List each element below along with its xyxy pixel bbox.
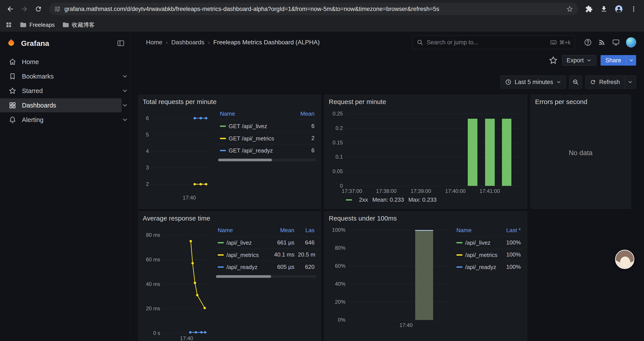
panel-title[interactable]: Requests under 100ms [324,212,527,223]
series-name[interactable]: GET /api/_readyz [228,147,273,154]
panel-legend: 2xx Mean: 0.233 Max: 0.233 [346,196,522,203]
series-name[interactable]: /api/_metrics [226,251,259,258]
monitor-icon[interactable] [612,38,620,46]
bookmark-folder-blogs[interactable]: 收藏博客 [62,21,95,29]
kebab-menu-icon[interactable] [627,3,640,15]
bookmark-folder-freeleaps[interactable]: Freeleaps [20,21,55,28]
rss-icon[interactable] [598,38,606,46]
timeseries-chart[interactable]: 80 ms60 ms40 ms20 ms0 s17:40 [142,224,212,341]
bookmark-star-icon[interactable] [566,5,574,13]
grafana-app: Grafana Home Bookmarks [0,32,644,341]
time-range-picker[interactable]: Last 5 minutes [500,76,566,89]
search-box[interactable]: ⌘+k [412,36,575,49]
bar-chart[interactable]: 100%80%60%40%20%0%17:40 [328,224,451,329]
sidebar-item-starred[interactable]: Starred [0,84,130,98]
legend-value: 100% [498,249,522,261]
legend-row[interactable]: /api/_readyz605 µs620 [216,261,316,273]
legend-column-header[interactable]: Name [218,108,292,120]
grafana-logo[interactable] [6,38,16,48]
series-name[interactable]: 2xx [359,196,368,203]
sidebar-item-alerting[interactable]: Alerting [0,113,130,127]
refresh-button[interactable]: Refresh [585,76,636,89]
legend-row[interactable]: /api/_livez100% [454,237,522,249]
panel-title[interactable]: Errors per second [531,95,631,107]
legend-row[interactable]: GET /api/_readyz6 [218,144,316,156]
sidebar-item-home[interactable]: Home [0,55,130,69]
page-header: Home › Dashboards › Freeleaps Metrics Da… [131,32,644,53]
legend-column-header[interactable]: Name [454,224,498,237]
refresh-interval-dropdown[interactable] [624,76,636,88]
series-swatch [218,254,224,256]
legend-row[interactable]: /api/_metrics40.1 ms20.5 m [216,249,316,261]
tune-icon[interactable] [54,6,61,13]
legend-column-header[interactable]: Mean [292,108,316,120]
panel-request-per-minute: Request per minute 0.250.20.150.10.05017… [324,95,527,209]
legend-scrollbar-thumb[interactable] [218,159,272,161]
dashboard-canvas: Total requests per minute 6543217:40 Nam… [131,95,644,341]
series-swatch [220,126,226,127]
series-name[interactable]: /api/_metrics [465,251,497,258]
series-name[interactable]: /api/_readyz [226,264,258,270]
url-bar[interactable]: grafana.mathmast.com/d/deytv4rwavabkb/fr… [49,3,578,15]
legend-row[interactable]: /api/_metrics100% [454,249,522,261]
legend-scrollbar-thumb[interactable] [216,275,271,278]
series-name[interactable]: /api/_livez [226,239,252,246]
search-input[interactable] [426,39,547,46]
legend-row[interactable]: /api/_readyz100% [454,261,522,273]
series-swatch[interactable] [346,199,352,201]
download-icon[interactable] [598,3,610,15]
chevron-down-icon[interactable] [122,117,128,123]
panel-title[interactable]: Average response time [138,212,321,223]
legend-row[interactable]: GET /api/_livez6 [218,120,316,132]
assistant-avatar[interactable] [615,250,634,269]
legend-column-header[interactable]: Last * [498,224,522,237]
profile-icon[interactable] [612,3,625,15]
sidebar-item-label: Bookmarks [22,73,54,80]
url-text[interactable]: grafana.mathmast.com/d/deytv4rwavabkb/fr… [64,6,562,13]
legend-column-header[interactable]: Mean [263,224,296,237]
favorite-star-icon[interactable] [549,56,558,65]
panel-title[interactable]: Total requests per minute [138,95,321,107]
chevron-down-icon [586,58,592,63]
series-swatch [456,242,462,243]
timeseries-chart[interactable]: 6543217:40 [142,107,214,202]
share-button[interactable]: Share [600,55,636,66]
collapse-sidebar-icon[interactable] [117,39,125,47]
back-icon[interactable] [4,3,17,15]
breadcrumb-home[interactable]: Home [146,39,162,46]
bar-chart[interactable]: 0.250.20.150.10.05017:37:0017:38:0017:39… [328,107,522,195]
legend-column-header[interactable]: Name [216,224,263,237]
reload-icon[interactable] [32,3,45,15]
share-dropdown-icon[interactable] [626,55,636,66]
chevron-down-icon[interactable] [122,102,128,109]
chevron-down-icon[interactable] [122,73,128,80]
legend-row[interactable]: /api/_livez661 µs646 [216,237,316,249]
chevron-down-icon[interactable] [122,88,128,94]
keyboard-icon [550,39,557,46]
legend-value: 40.1 ms [263,249,296,261]
export-button[interactable]: Export [562,55,596,66]
legend-scrollbar[interactable] [216,275,316,278]
series-name[interactable]: /api/_readyz [465,264,496,270]
bookmarks-bar: Freeleaps 收藏博客 [0,18,644,32]
apps-grid-icon[interactable] [5,21,12,28]
legend-column-header[interactable]: Las [296,224,316,237]
forward-icon[interactable] [18,3,31,15]
user-avatar[interactable] [626,37,636,47]
legend-row[interactable]: GET /api/_metrics2 [218,132,316,144]
panel-requests-under-100ms: Requests under 100ms 100%80%60%40%20%0%1… [324,211,527,341]
series-name[interactable]: GET /api/_metrics [228,135,274,142]
sidebar-item-label: Home [22,58,39,66]
series-name[interactable]: GET /api/_livez [228,123,267,129]
zoom-out-icon[interactable] [569,76,582,89]
legend-scrollbar[interactable] [218,159,316,161]
panel-title[interactable]: Request per minute [324,95,527,107]
help-icon[interactable] [584,38,592,46]
sidebar-nav: Home Bookmarks St [0,55,130,127]
extensions-icon[interactable] [582,3,595,15]
series-name[interactable]: /api/_livez [465,239,490,246]
dashboard-actions: Export Share [131,53,644,68]
sidebar-item-dashboards[interactable]: Dashboards [0,98,130,112]
breadcrumb-dashboards[interactable]: Dashboards [171,39,204,46]
sidebar-item-bookmarks[interactable]: Bookmarks [0,69,130,83]
